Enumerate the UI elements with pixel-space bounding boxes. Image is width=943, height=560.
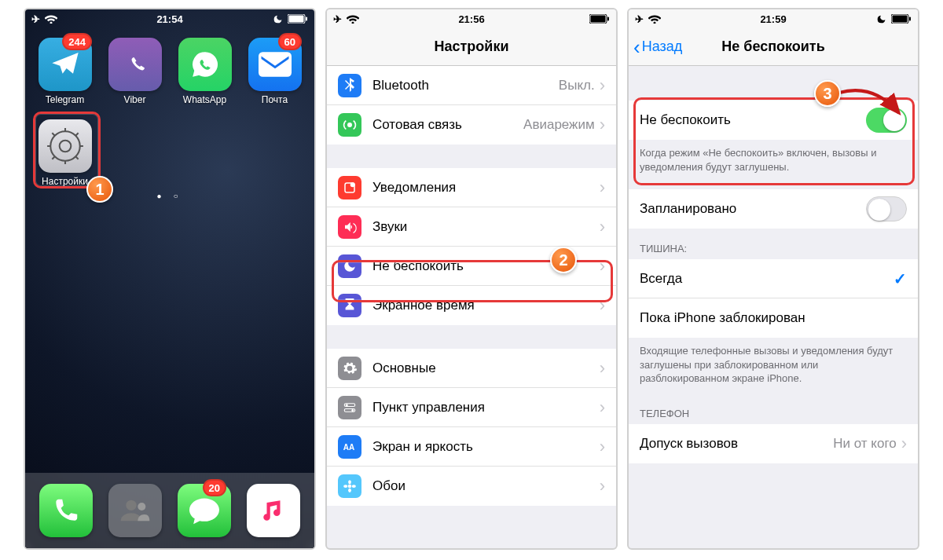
svg-rect-32	[893, 16, 908, 23]
allow-calls-row[interactable]: Допуск вызовов Ни от кого ›	[629, 424, 918, 463]
row-label: Звуки	[372, 219, 600, 235]
svg-line-10	[52, 133, 54, 135]
row-label: Допуск вызовов	[640, 436, 833, 452]
settings-row-sounds[interactable]: Звуки›	[327, 207, 616, 247]
svg-line-11	[75, 157, 78, 159]
notifications-icon	[338, 176, 361, 199]
svg-rect-17	[591, 16, 606, 23]
dnd-footer: Когда режим «Не беспокоить» включен, выз…	[629, 140, 918, 181]
wifi-icon	[648, 14, 661, 24]
row-label: Уведомления	[372, 180, 600, 196]
status-time: 21:54	[156, 13, 182, 25]
svg-point-28	[348, 489, 351, 492]
app-label: Viber	[124, 94, 146, 105]
settings-icon	[39, 119, 92, 173]
status-bar: ✈︎ 21:54	[25, 9, 314, 28]
svg-rect-2	[306, 17, 307, 21]
home-grid: 244 Telegram Viber WhatsApp 60	[25, 28, 314, 187]
badge: 20	[203, 479, 226, 496]
contacts-icon	[108, 484, 162, 537]
svg-point-26	[348, 485, 352, 489]
svg-text:AA: AA	[343, 443, 354, 452]
phone-settings-screen: ✈︎ 21:56 Настройки BluetoothВыкл.›Сотова…	[325, 8, 618, 550]
settings-row-controlcenter[interactable]: Пункт управления›	[327, 388, 616, 427]
nav-header: ‹ Назад Не беспокоить	[629, 28, 918, 66]
cellular-icon	[338, 113, 361, 137]
moon-icon	[876, 14, 886, 24]
dnd-toggle-row[interactable]: Не беспокоить	[629, 101, 918, 140]
svg-rect-18	[607, 17, 609, 21]
chevron-left-icon: ‹	[633, 37, 640, 57]
silence-footer: Входящие телефонные вызовы и уведомления…	[629, 338, 918, 393]
row-label: Не беспокоить	[640, 112, 866, 128]
app-whatsapp[interactable]: WhatsApp	[173, 38, 237, 105]
back-label: Назад	[642, 38, 683, 55]
wifi-icon	[347, 14, 359, 24]
silence-option[interactable]: Пока iPhone заблокирован	[629, 298, 918, 338]
scheduled-row[interactable]: Запланировано	[629, 189, 918, 229]
settings-row-notifications[interactable]: Уведомления›	[327, 168, 616, 207]
row-label: Обои	[372, 478, 600, 494]
badge: 60	[278, 33, 302, 50]
settings-row-bluetooth[interactable]: BluetoothВыкл.›	[327, 66, 616, 105]
wallpaper-icon	[338, 474, 361, 498]
status-time: 21:56	[458, 13, 484, 25]
page-title: Не беспокоить	[721, 38, 825, 55]
row-label: Экранное время	[372, 298, 600, 313]
row-detail: Ни от кого	[833, 436, 896, 452]
settings-group-general: Основные›Пункт управления›AAЭкран и ярко…	[327, 349, 616, 506]
app-mail[interactable]: 60 Почта	[243, 38, 306, 105]
settings-group-notifications: Уведомления›Звуки›Не беспокоить›Экранное…	[327, 168, 616, 325]
row-detail: Выкл.	[559, 78, 595, 93]
dock-phone[interactable]	[39, 484, 93, 537]
settings-row-screentime[interactable]: Экранное время›	[327, 286, 616, 325]
phone-icon	[39, 484, 93, 537]
general-icon	[338, 357, 361, 380]
silence-options: Всегда✓Пока iPhone заблокирован	[629, 259, 918, 338]
nav-header: Настройки	[327, 28, 616, 66]
svg-rect-33	[909, 17, 911, 21]
svg-point-22	[346, 404, 348, 406]
dock-messages[interactable]: 20	[178, 484, 231, 537]
dnd-toggle[interactable]	[866, 108, 907, 133]
app-settings[interactable]: Настройки	[33, 119, 97, 187]
chevron-right-icon: ›	[901, 434, 907, 454]
app-viber[interactable]: Viber	[103, 38, 167, 105]
row-label: Экран и яркость	[372, 439, 600, 455]
svg-point-20	[350, 182, 355, 187]
settings-row-cellular[interactable]: Сотовая связьАвиарежим›	[327, 105, 616, 145]
back-button[interactable]: ‹ Назад	[633, 37, 682, 57]
row-label: Запланировано	[640, 201, 866, 217]
dock-music[interactable]	[247, 484, 300, 537]
app-label: Telegram	[46, 94, 84, 105]
svg-point-5	[59, 141, 71, 152]
chevron-right-icon: ›	[600, 358, 605, 379]
settings-row-wallpaper[interactable]: Обои›	[327, 467, 616, 506]
whatsapp-icon	[178, 38, 232, 91]
dock-contacts[interactable]	[108, 484, 162, 537]
svg-line-13	[75, 133, 78, 135]
airplane-icon: ✈︎	[635, 13, 644, 25]
svg-point-30	[352, 485, 356, 488]
phone-home-screen: ✈︎ 21:54 244 Telegram	[24, 8, 316, 550]
callout-1: 1	[86, 176, 113, 203]
viber-icon	[108, 38, 162, 91]
row-label: Пункт управления	[372, 400, 600, 415]
row-label: Всегда	[640, 271, 893, 287]
chevron-right-icon: ›	[600, 295, 605, 316]
svg-point-14	[126, 500, 136, 511]
display-icon: AA	[338, 435, 361, 459]
settings-row-general[interactable]: Основные›	[327, 349, 616, 388]
svg-point-27	[348, 480, 351, 484]
silence-option[interactable]: Всегда✓	[629, 259, 918, 298]
app-telegram[interactable]: 244 Telegram	[33, 38, 97, 105]
badge: 244	[62, 33, 92, 50]
battery-icon	[288, 14, 308, 24]
row-detail: Авиарежим	[523, 117, 595, 133]
scheduled-toggle[interactable]	[866, 196, 907, 221]
sounds-icon	[338, 215, 361, 239]
airplane-icon: ✈︎	[31, 13, 40, 25]
chevron-right-icon: ›	[600, 115, 605, 135]
app-label: Настройки	[42, 176, 88, 187]
settings-row-display[interactable]: AAЭкран и яркость›	[327, 427, 616, 467]
